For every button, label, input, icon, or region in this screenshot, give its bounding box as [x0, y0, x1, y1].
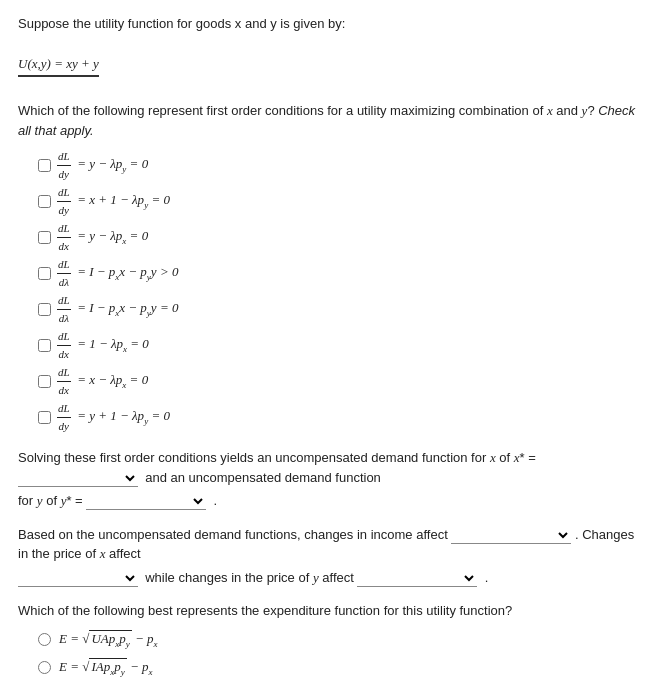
checkbox-cb3[interactable]: [38, 231, 51, 244]
intro-section: Suppose the utility function for goods x…: [18, 14, 647, 87]
y-star-dropdown[interactable]: I/py Ipx/py2: [86, 493, 206, 509]
formula-e2: E = √IApxpy − px: [59, 657, 152, 677]
q4-text: Which of the following best represents t…: [18, 601, 647, 621]
x-star-dropdown-container: I/px tor > Ipy/px2: [18, 470, 138, 487]
checkbox-cb7[interactable]: [38, 375, 51, 388]
checkbox-cb4[interactable]: [38, 267, 51, 280]
expenditure-radio-list: E = √UApxpy − px E = √IApxpy − px E = √4…: [38, 629, 647, 678]
formula-cb4: dLdλ = I − pxx − pyy > 0: [57, 256, 178, 290]
px-affect-dropdown[interactable]: x only y only both x and y neither x nor…: [18, 570, 138, 586]
formula-cb7: dLdx = x − λpx = 0: [57, 364, 148, 398]
x-star-dropdown[interactable]: I/px tor > Ipy/px2: [18, 470, 138, 486]
checkbox-item: dLdλ = I − pxx − pyy = 0: [38, 292, 647, 326]
formula-cb1: dLdy = y − λpy = 0: [57, 148, 148, 182]
q3-line1: Based on the uncompensated demand functi…: [18, 525, 647, 564]
q2-section: Solving these first order conditions yie…: [18, 448, 647, 511]
q3-section: Based on the uncompensated demand functi…: [18, 525, 647, 588]
checkbox-list: dLdy = y − λpy = 0 dLdy = x + 1 − λpy = …: [38, 148, 647, 434]
checkbox-item: dLdλ = I − pxx − pyy > 0: [38, 256, 647, 290]
q2-line: Solving these first order conditions yie…: [18, 448, 647, 487]
q3-line2: x only y only both x and y neither x nor…: [18, 568, 647, 588]
checkbox-item: dLdy = y − λpy = 0: [38, 148, 647, 182]
checkbox-item: dLdx = x − λpx = 0: [38, 364, 647, 398]
y-star-dropdown-container: I/py Ipx/py2: [86, 493, 206, 510]
q1-text: Which of the following represent first o…: [18, 101, 647, 140]
checkbox-item: dLdx = y − λpx = 0: [38, 220, 647, 254]
py-affect-dropdown-container: x only y only both x and y neither x nor…: [357, 570, 477, 587]
formula-cb3: dLdx = y − λpx = 0: [57, 220, 148, 254]
checkbox-cb8[interactable]: [38, 411, 51, 424]
q1-note: Check all that apply.: [18, 103, 635, 138]
checkbox-item: dLdy = x + 1 − λpy = 0: [38, 184, 647, 218]
utility-function: U(x,y) = xy + y: [18, 56, 99, 71]
formula-cb8: dLdy = y + 1 − λpy = 0: [57, 400, 170, 434]
income-affect-dropdown[interactable]: x only y only both x and y neither x nor…: [451, 527, 571, 543]
formula-cb5: dLdλ = I − pxx − pyy = 0: [57, 292, 178, 326]
checkbox-cb5[interactable]: [38, 303, 51, 316]
formula-e1: E = √UApxpy − px: [59, 629, 158, 651]
expenditure-option-e1: E = √UApxpy − px: [38, 629, 647, 651]
radio-e2[interactable]: [38, 661, 51, 674]
expenditure-option-e2: E = √IApxpy − px: [38, 657, 647, 677]
checkbox-item: dLdy = y + 1 − λpy = 0: [38, 400, 647, 434]
checkbox-cb1[interactable]: [38, 159, 51, 172]
income-affect-dropdown-container: x only y only both x and y neither x nor…: [451, 527, 571, 544]
checkbox-item: dLdx = 1 − λpx = 0: [38, 328, 647, 362]
checkbox-cb2[interactable]: [38, 195, 51, 208]
q1-section: Which of the following represent first o…: [18, 101, 647, 434]
q4-section: Which of the following best represents t…: [18, 601, 647, 677]
intro-text: Suppose the utility function for goods x…: [18, 14, 647, 34]
radio-e1[interactable]: [38, 633, 51, 646]
px-affect-dropdown-container: x only y only both x and y neither x nor…: [18, 570, 138, 587]
py-affect-dropdown[interactable]: x only y only both x and y neither x nor…: [357, 570, 477, 586]
formula-cb6: dLdx = 1 − λpx = 0: [57, 328, 149, 362]
formula-cb2: dLdy = x + 1 − λpy = 0: [57, 184, 170, 218]
q2-line2: for y of y* = I/py Ipx/py2 .: [18, 491, 647, 511]
checkbox-cb6[interactable]: [38, 339, 51, 352]
utility-function-box: U(x,y) = xy + y: [18, 50, 99, 78]
